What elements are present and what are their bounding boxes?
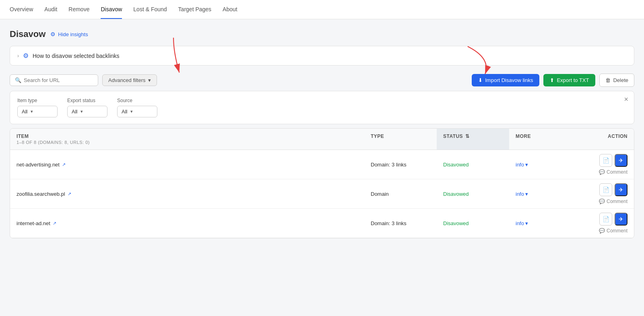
delete-label: Delete bbox=[613, 77, 628, 83]
advanced-filters-label: Advanced filters bbox=[108, 77, 146, 83]
search-input-wrap: 🔍 bbox=[10, 74, 98, 86]
download-icon: ⬇ bbox=[478, 77, 483, 83]
row2-action: 📄 ✈ 💬 Comment bbox=[570, 179, 634, 208]
row3-send-button[interactable]: ✈ bbox=[615, 213, 627, 226]
page-title: Disavow bbox=[10, 29, 45, 39]
row2-copy-button[interactable]: 📄 bbox=[599, 183, 612, 196]
filters-panel: × Item type All ▾ Export status All ▾ bbox=[10, 91, 634, 124]
insights-title: How to disavow selected backlinks bbox=[33, 53, 120, 59]
chevron-down-icon: ▾ bbox=[80, 109, 83, 114]
row3-more: info ▾ bbox=[509, 209, 570, 238]
export-status-select[interactable]: All ▾ bbox=[67, 106, 107, 117]
search-icon: 🔍 bbox=[15, 77, 21, 83]
row1-send-button[interactable]: ✈ bbox=[615, 154, 627, 167]
table-header: Item 1–8 of 8 (domains: 8, URLs: 0) Type… bbox=[10, 129, 634, 150]
table-row: net-advertising.net ↗ Domain: 3 links Di… bbox=[10, 150, 634, 179]
source-filter: Source All ▾ bbox=[117, 98, 157, 117]
chevron-down-icon: ▾ bbox=[148, 77, 151, 83]
close-filters-button[interactable]: × bbox=[624, 95, 628, 104]
toolbar-left: 🔍 Advanced filters ▾ bbox=[10, 74, 157, 86]
export-status-filter: Export status All ▾ bbox=[67, 98, 107, 117]
export-status-label: Export status bbox=[67, 98, 107, 103]
row3-item: internet-ad.net ↗ bbox=[10, 209, 364, 238]
th-item: Item 1–8 of 8 (domains: 8, URLs: 0) bbox=[10, 129, 364, 150]
data-table: Item 1–8 of 8 (domains: 8, URLs: 0) Type… bbox=[10, 128, 634, 238]
insights-gear-icon: ⚙ bbox=[23, 52, 29, 60]
comment-icon: 💬 bbox=[599, 228, 605, 234]
row2-action-icons: 📄 ✈ bbox=[599, 183, 627, 196]
insights-box: › ⚙ How to disavow selected backlinks bbox=[10, 46, 634, 66]
export-status-value: All bbox=[72, 109, 77, 115]
chevron-down-icon: ▾ bbox=[525, 220, 528, 226]
filters-row: Item type All ▾ Export status All ▾ Sour… bbox=[17, 98, 627, 117]
row2-info-button[interactable]: info ▾ bbox=[516, 191, 528, 197]
row3-status: Disavowed bbox=[437, 209, 509, 238]
row2-comment-button[interactable]: 💬 Comment bbox=[599, 199, 627, 204]
nav-audit[interactable]: Audit bbox=[44, 0, 57, 19]
th-more: More bbox=[509, 129, 570, 150]
nav-remove[interactable]: Remove bbox=[68, 0, 89, 19]
chevron-down-icon: ▾ bbox=[525, 191, 528, 197]
trash-icon: 🗑 bbox=[605, 77, 611, 83]
upload-icon: ⬆ bbox=[550, 77, 554, 83]
nav-overview[interactable]: Overview bbox=[10, 0, 33, 19]
row1-action-icons: 📄 ✈ bbox=[599, 154, 627, 167]
row1-type: Domain: 3 links bbox=[364, 150, 437, 179]
row2-item: zoofilia.searchweb.pl ↗ bbox=[10, 179, 364, 208]
row1-more: info ▾ bbox=[509, 150, 570, 179]
toolbar: 🔍 Advanced filters ▾ ⬇ Import Disavow li… bbox=[10, 74, 634, 87]
row1-comment-button[interactable]: 💬 Comment bbox=[599, 169, 627, 175]
top-nav: Overview Audit Remove Disavow Lost & Fou… bbox=[0, 0, 644, 19]
item-type-filter: Item type All ▾ bbox=[17, 98, 58, 117]
table-row: zoofilia.searchweb.pl ↗ Domain Disavowed… bbox=[10, 179, 634, 209]
delete-button[interactable]: 🗑 Delete bbox=[599, 74, 634, 87]
row2-more: info ▾ bbox=[509, 179, 570, 208]
nav-target-pages[interactable]: Target Pages bbox=[178, 0, 212, 19]
table-row-inner: internet-ad.net ↗ Domain: 3 links Disavo… bbox=[10, 209, 634, 238]
external-link-icon: ↗ bbox=[53, 221, 56, 226]
chevron-down-icon: ▾ bbox=[130, 109, 133, 114]
table-row: internet-ad.net ↗ Domain: 3 links Disavo… bbox=[10, 209, 634, 238]
nav-about[interactable]: About bbox=[223, 0, 237, 19]
row3-info-button[interactable]: info ▾ bbox=[516, 220, 528, 226]
import-button[interactable]: ⬇ Import Disavow links bbox=[472, 74, 539, 86]
row2-type: Domain bbox=[364, 179, 437, 208]
row2-status: Disavowed bbox=[437, 179, 509, 208]
row1-status: Disavowed bbox=[437, 150, 509, 179]
th-type: Type bbox=[364, 129, 437, 150]
row2-send-button[interactable]: ✈ bbox=[615, 183, 627, 196]
hide-insights-label: Hide insights bbox=[58, 31, 88, 37]
th-status: Status ⇅ bbox=[437, 129, 509, 150]
external-link-icon: ↗ bbox=[68, 191, 71, 197]
row1-copy-button[interactable]: 📄 bbox=[599, 154, 612, 167]
source-value: All bbox=[122, 109, 127, 115]
filter-icon: ⇅ bbox=[465, 133, 469, 139]
row3-comment-button[interactable]: 💬 Comment bbox=[599, 228, 627, 234]
hide-insights-button[interactable]: ⚙ Hide insights bbox=[50, 31, 88, 37]
th-action: Action bbox=[570, 129, 634, 150]
table-item-count: 1–8 of 8 (domains: 8, URLs: 0) bbox=[17, 140, 358, 145]
source-select[interactable]: All ▾ bbox=[117, 106, 157, 117]
comment-icon: 💬 bbox=[599, 199, 605, 204]
row1-info-button[interactable]: info ▾ bbox=[516, 162, 528, 168]
table-row-inner: zoofilia.searchweb.pl ↗ Domain Disavowed… bbox=[10, 179, 634, 208]
table-row-inner: net-advertising.net ↗ Domain: 3 links Di… bbox=[10, 150, 634, 179]
source-label: Source bbox=[117, 98, 157, 103]
row3-copy-button[interactable]: 📄 bbox=[599, 213, 612, 226]
nav-disavow[interactable]: Disavow bbox=[101, 0, 122, 19]
nav-lost-found[interactable]: Lost & Found bbox=[133, 0, 167, 19]
item-type-label: Item type bbox=[17, 98, 58, 103]
row3-action: 📄 ✈ 💬 Comment bbox=[570, 209, 634, 238]
row3-action-icons: 📄 ✈ bbox=[599, 213, 627, 226]
comment-icon: 💬 bbox=[599, 169, 605, 175]
search-input[interactable] bbox=[24, 77, 93, 83]
item-type-select[interactable]: All ▾ bbox=[17, 106, 58, 117]
row1-action: 📄 ✈ 💬 Comment bbox=[570, 150, 634, 179]
advanced-filters-button[interactable]: Advanced filters ▾ bbox=[102, 74, 157, 86]
export-button[interactable]: ⬆ Export to TXT bbox=[543, 74, 595, 86]
external-link-icon: ↗ bbox=[62, 162, 66, 167]
chevron-down-icon: ▾ bbox=[31, 109, 33, 114]
toolbar-right: ⬇ Import Disavow links ⬆ Export to TXT 🗑… bbox=[472, 74, 634, 87]
chevron-down-icon: ▾ bbox=[525, 162, 528, 168]
gear-icon: ⚙ bbox=[50, 31, 56, 37]
